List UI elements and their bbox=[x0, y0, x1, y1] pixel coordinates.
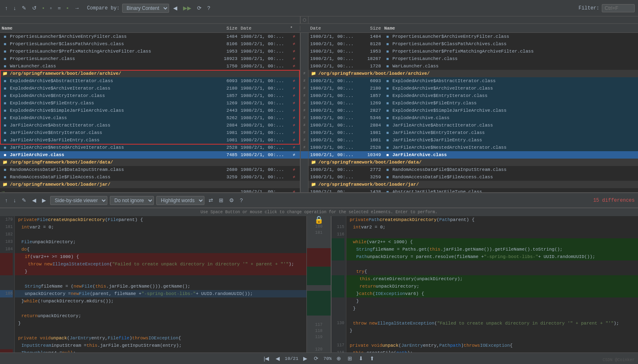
diff-settings[interactable]: ⚙ bbox=[227, 196, 236, 204]
list-item[interactable]: 1980/2/1, 00:... 1728 ◼ WarLauncher.clas… bbox=[309, 62, 638, 70]
diff-help[interactable]: ? bbox=[238, 196, 244, 204]
diff-cols[interactable]: ⊞ bbox=[217, 196, 225, 204]
list-item[interactable]: 1980/2/1, 00:... 1484 ◼ PropertiesLaunch… bbox=[309, 33, 638, 40]
viewer-select[interactable]: Side-by-side viewer bbox=[50, 196, 107, 205]
box-button1[interactable]: ▪ bbox=[41, 4, 46, 12]
diff-icon: ≠ bbox=[290, 175, 298, 180]
list-item[interactable]: ◼ RandomAccessDataFile$DataInputStream.c… bbox=[0, 166, 300, 173]
list-item-selected[interactable]: ◼ JarFileArchive.class 7485 1980/2/1, 00… bbox=[0, 151, 300, 159]
help-button[interactable]: ? bbox=[206, 4, 212, 12]
list-item[interactable]: ◼ ExplodedArchive$ArchiveIterator.class … bbox=[0, 85, 300, 92]
right-code-content[interactable]: private Path createUnpackDirectory(Path … bbox=[346, 216, 638, 352]
list-item[interactable]: 1980/2/1, 00:... 2772 ◼ RandomAccessData… bbox=[309, 166, 638, 173]
list-item[interactable]: ◼ PropertiesLauncher$PrefixMatchingArchi… bbox=[0, 48, 300, 55]
nav-next-diff-button[interactable]: ▶ bbox=[302, 355, 309, 362]
list-item[interactable]: 1980/2/1, 00:... 1981 ◼ JarFileArchive$E… bbox=[309, 129, 638, 136]
box-button3[interactable]: ▪ bbox=[65, 4, 70, 12]
sync-button[interactable]: ⟳ bbox=[195, 4, 203, 12]
folder-item[interactable]: 📁 /org/springframework/boot/loader/archi… bbox=[0, 70, 300, 77]
list-item[interactable]: ◼ JarFileArchive$AbstractIterator.class … bbox=[0, 122, 300, 129]
right-scroll[interactable] bbox=[309, 16, 638, 23]
refresh-button[interactable]: ↺ bbox=[30, 4, 38, 12]
folder-item[interactable]: 📁 /org/springframework/boot/loader/jar/ bbox=[0, 181, 300, 188]
nav-next-button[interactable]: ▶▶ bbox=[181, 4, 193, 12]
list-item[interactable]: 1980/2/1, 00:... 5346 ◼ ExplodedArchive.… bbox=[309, 114, 638, 122]
class-icon: ◼ bbox=[384, 34, 391, 39]
right-date-header: Date bbox=[310, 26, 360, 31]
list-item[interactable]: ◼ PropertiesLauncher$ArchiveEntryFilter.… bbox=[0, 33, 300, 40]
list-item[interactable]: 1980/2/1, 00:... 1953 ◼ PropertiesLaunch… bbox=[309, 48, 638, 55]
highlight-select[interactable]: Highlight words bbox=[156, 196, 204, 205]
list-item[interactable]: ◼ PropertiesLauncher$ClassPathArchives.c… bbox=[0, 40, 300, 48]
file-date: 1980/2/1, 00:... bbox=[310, 175, 360, 180]
list-item[interactable]: 1980/2/1, 00:... 2528 ◼ JarFileArchive$N… bbox=[309, 144, 638, 151]
layout-button[interactable]: ⊞ bbox=[346, 355, 354, 362]
list-item[interactable]: ◼ ExplodedArchive.class 5262 1980/2/1, 0… bbox=[0, 114, 300, 122]
list-item-selected[interactable]: 1980/2/1, 00:... 10349 ◼ JarFileArchive.… bbox=[309, 151, 638, 159]
list-item[interactable]: 1980/2/1, 00:... 1269 ◼ ExplodedArchive$… bbox=[309, 99, 638, 107]
list-item[interactable]: 1980/2/1, 00:... 3259 ◼ RandomAccessData… bbox=[309, 173, 638, 181]
class-icon: ◼ bbox=[2, 56, 8, 62]
nav-prev-diff-button[interactable]: ◀ bbox=[274, 355, 281, 362]
list-item[interactable]: ◼ ExplodedArchive$EntryIterator.class 18… bbox=[0, 92, 300, 99]
list-item[interactable]: 1980/2/1, 00:... 2180 ◼ ExplodedArchive$… bbox=[309, 85, 638, 92]
sync-scroll-button[interactable]: ⟳ bbox=[312, 355, 320, 362]
left-scroll[interactable] bbox=[0, 16, 300, 23]
arrow-down-button[interactable]: ↓ bbox=[12, 4, 18, 12]
list-item[interactable]: 1980/2/1, 00:... 1081 ◼ JarFileArchive$J… bbox=[309, 136, 638, 144]
filter-input[interactable] bbox=[602, 4, 635, 12]
diff-arrow-down[interactable]: ↓ bbox=[12, 196, 18, 204]
list-item[interactable]: → 1980/2/1, 00:... ≠ bbox=[0, 188, 300, 192]
list-item[interactable]: ◼ ExplodedArchive$SimpleJarFileArchive.c… bbox=[0, 107, 300, 114]
class-icon: ◼ bbox=[2, 152, 8, 158]
diff-icon: ≠ bbox=[290, 49, 298, 54]
left-code-panel: 179 181 182 183 184 186 bbox=[0, 216, 306, 352]
diff-icon: ≠ bbox=[290, 35, 298, 39]
box-button2[interactable]: ▫ bbox=[49, 4, 54, 12]
zoom-button[interactable]: ⊕ bbox=[335, 355, 343, 362]
diff-icon: ≠ bbox=[290, 131, 298, 135]
list-item[interactable]: ◼ PropertiesLauncher.class 18923 1980/2/… bbox=[0, 55, 300, 62]
compare-select[interactable]: Binary Content bbox=[122, 4, 169, 13]
arrow-right-button[interactable]: → bbox=[72, 4, 81, 12]
export-button[interactable]: ⬇ bbox=[357, 355, 365, 362]
list-item[interactable]: 1980/2/1, 00:... 2884 ◼ JarFileArchive$A… bbox=[309, 122, 638, 129]
folder-item[interactable]: 📁 /org/springframework/boot/loader/data/ bbox=[309, 159, 638, 166]
share-button[interactable]: ⬆ bbox=[368, 355, 376, 362]
center-divider: ≠ ≠ ≠ ≠ ≠ ≠ ≠ ≠ ≠ ≠ ≠ bbox=[300, 33, 309, 192]
nav-first-button[interactable]: |◀ bbox=[262, 355, 271, 362]
nav-prev-button[interactable]: ◀ bbox=[172, 4, 179, 12]
list-item[interactable]: 1980/2/1, 00:... 1857 ◼ ExplodedArchive$… bbox=[309, 92, 638, 99]
list-item[interactable]: ◼ WarLauncher.class 1750 1980/2/1, 00:..… bbox=[0, 62, 300, 70]
class-icon: ◼ bbox=[384, 152, 391, 158]
ignore-select[interactable]: Do not ignore bbox=[110, 196, 154, 205]
list-item[interactable]: ◼ RandomAccessDataFile$FileAccess.class … bbox=[0, 173, 300, 181]
file-date: 1980/2/1, 00:... bbox=[241, 86, 290, 91]
folder-item[interactable]: 📁 /org/springframework/boot/loader/jar/ bbox=[309, 181, 638, 188]
diff-swap[interactable]: ⇄ bbox=[207, 196, 215, 204]
left-code-content[interactable]: private File createUnpackDirectory(File … bbox=[15, 216, 306, 352]
list-item[interactable]: ◼ JarFileArchive$NestedArchiveIterator.c… bbox=[0, 144, 300, 151]
list-item[interactable]: ◼ JarFileArchive$JarFileEntry.class 1081… bbox=[0, 136, 300, 144]
class-icon: ◼ bbox=[384, 189, 391, 192]
watermark: CSDN @Coinker bbox=[603, 358, 635, 362]
arrow-up-button[interactable]: ↑ bbox=[3, 4, 9, 12]
diff-nav-left[interactable]: ◀ bbox=[30, 196, 38, 204]
list-item[interactable]: 1980/2/1, 00:... 8128 ◼ PropertiesLaunch… bbox=[309, 40, 638, 48]
list-item[interactable]: 1980/2/1, 00:... 6093 ◼ ExplodedArchive$… bbox=[309, 77, 638, 85]
folder-item[interactable]: 📁 /org/springframework/boot/loader/data/ bbox=[0, 159, 300, 166]
edit-button[interactable]: ✎ bbox=[20, 4, 28, 12]
diff-nav-right[interactable]: ▶ bbox=[40, 196, 48, 204]
list-item[interactable]: ◼ JarFileArchive$EntryIterator.class 198… bbox=[0, 129, 300, 136]
list-item[interactable]: 1980/2/1, 00:... 2827 ◼ ExplodedArchive$… bbox=[309, 107, 638, 114]
folder-item[interactable]: 📁 /org/springframework/boot/loader/archi… bbox=[309, 70, 638, 77]
equals-button[interactable]: = bbox=[56, 4, 63, 12]
class-icon: ◼ bbox=[2, 115, 8, 121]
list-item[interactable]: ◼ ExplodedArchive$FileEntry.class 1269 1… bbox=[0, 99, 300, 107]
list-item[interactable]: 1980/2/1, 00:... 1438 ◼ AbstractJarFile$… bbox=[309, 188, 638, 192]
diff-edit[interactable]: ✎ bbox=[20, 196, 28, 204]
list-item[interactable]: 1980/2/1, 00:... 18267 ◼ PropertiesLaunc… bbox=[309, 55, 638, 62]
file-date: 1980/2/1, 00:... bbox=[241, 34, 290, 39]
list-item[interactable]: ◼ ExplodedArchive$AbstractIterator.class… bbox=[0, 77, 300, 85]
diff-arrow-up[interactable]: ↑ bbox=[3, 196, 9, 204]
